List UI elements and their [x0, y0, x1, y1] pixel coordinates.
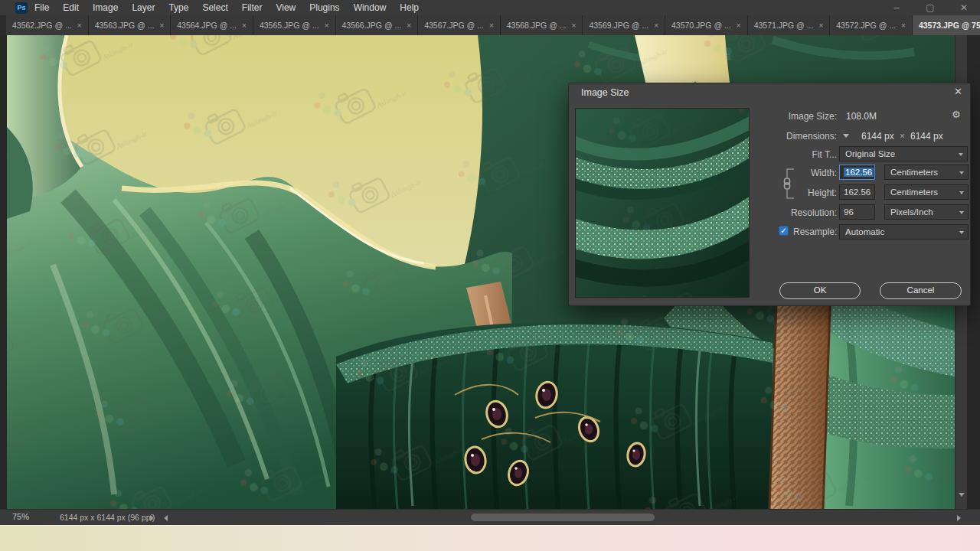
screen: Ps File Edit Image Layer Type Select Fil…	[0, 0, 980, 551]
preview-art	[576, 109, 749, 297]
menu-bar: Ps File Edit Image Layer Type Select Fil…	[0, 0, 980, 15]
tab-label: 43573.JPG @ 75% (RGB/8)	[919, 21, 980, 30]
tab-close-icon[interactable]: ×	[325, 21, 329, 30]
resolution-label: Resolution:	[753, 207, 837, 218]
status-prev-icon[interactable]	[164, 515, 168, 521]
dimensions-width: 6144 px	[861, 131, 894, 142]
resample-checkbox[interactable]: ✓	[779, 226, 789, 236]
minimize-button[interactable]: –	[891, 2, 902, 13]
menu-type[interactable]: Type	[162, 0, 195, 15]
image-preview[interactable]: − 100% +	[575, 108, 750, 298]
tab-43573-active[interactable]: 43573.JPG @ 75% (RGB/8)×	[913, 15, 980, 35]
tab-label: 43564.JPG @ ...	[177, 21, 237, 30]
width-unit-value: Centimeters	[890, 168, 938, 177]
width-label: Width:	[753, 168, 837, 178]
dialog-close-icon[interactable]: ✕	[954, 86, 962, 97]
photoshop-logo-icon: Ps	[15, 2, 28, 14]
window-controls: – ▢ ✕	[891, 0, 975, 15]
resample-value: Automatic	[845, 227, 884, 236]
tab-label: 43567.JPG @ ...	[424, 21, 484, 30]
height-unit-dropdown[interactable]: Centimeters	[884, 184, 969, 200]
tab-label: 43571.JPG @ ...	[754, 21, 814, 30]
tab-close-icon[interactable]: ×	[407, 21, 411, 30]
fit-to-value: Original Size	[845, 149, 895, 158]
tab-close-icon[interactable]: ×	[901, 21, 906, 30]
document-tab-bar: 43562.JPG @ ...× 43563.JPG @ ...× 43564.…	[0, 15, 980, 35]
tab-43570[interactable]: 43570.JPG @ ...×	[665, 15, 748, 35]
dimensions-dropdown-icon[interactable]	[838, 129, 854, 142]
horizontal-scrollbar-thumb[interactable]	[471, 514, 655, 521]
tab-label: 43565.JPG @ ...	[260, 21, 319, 30]
tab-close-icon[interactable]: ×	[572, 21, 577, 30]
tab-43565[interactable]: 43565.JPG @ ...×	[253, 15, 336, 35]
tab-close-icon[interactable]: ×	[654, 21, 658, 30]
tab-43568[interactable]: 43568.JPG @ ...×	[501, 15, 583, 35]
tab-close-icon[interactable]: ×	[737, 21, 741, 30]
ok-button[interactable]: OK	[779, 282, 861, 299]
tab-close-icon[interactable]: ×	[818, 21, 823, 30]
menu-select[interactable]: Select	[195, 0, 234, 15]
tab-close-icon[interactable]: ×	[242, 21, 247, 30]
resolution-value: 96	[844, 207, 854, 217]
document-info: 6144 px x 6144 px (96 ppi)	[60, 513, 155, 522]
resolution-input[interactable]: 96	[839, 204, 875, 220]
tab-43569[interactable]: 43569.JPG @ ...×	[583, 15, 665, 35]
height-input[interactable]: 162.56	[839, 184, 875, 200]
menu-help[interactable]: Help	[393, 0, 426, 15]
tab-43566[interactable]: 43566.JPG @ ...×	[336, 15, 419, 35]
gear-icon[interactable]: ⚙	[952, 109, 961, 120]
tab-43567[interactable]: 43567.JPG @ ...×	[418, 15, 501, 35]
tab-43572[interactable]: 43572.JPG @ ...×	[830, 15, 913, 35]
dimensions-height: 6144 px	[910, 131, 943, 142]
tab-label: 43569.JPG @ ...	[589, 21, 648, 30]
tab-label: 43563.JPG @ ...	[95, 21, 155, 30]
image-size-label: Image Size:	[753, 111, 837, 122]
fit-to-label: Fit T...	[753, 149, 837, 160]
tab-label: 43570.JPG @ ...	[671, 21, 731, 30]
width-input[interactable]: 162.56	[839, 165, 875, 180]
resolution-unit-value: Pixels/Inch	[890, 207, 933, 217]
tab-43563[interactable]: 43563.JPG @ ...×	[89, 15, 172, 35]
image-size-dialog: Image Size ✕ −	[568, 83, 971, 306]
menu-view[interactable]: View	[269, 0, 302, 15]
menu-image[interactable]: Image	[86, 0, 125, 15]
dialog-title: Image Size	[581, 87, 629, 98]
tab-close-icon[interactable]: ×	[77, 21, 82, 30]
tab-label: 43572.JPG @ ...	[836, 21, 896, 30]
close-button[interactable]: ✕	[959, 2, 969, 13]
tab-label: 43568.JPG @ ...	[507, 21, 567, 30]
tab-close-icon[interactable]: ×	[159, 21, 164, 30]
windows-taskbar: Search	[0, 525, 980, 551]
height-label: Height:	[753, 187, 837, 198]
width-unit-dropdown[interactable]: Centimeters	[884, 165, 969, 180]
tab-43564[interactable]: 43564.JPG @ ...×	[171, 15, 253, 35]
tab-label: 43562.JPG @ ...	[12, 21, 72, 30]
fit-to-dropdown[interactable]: Original Size	[839, 146, 968, 161]
resample-label: Resample:	[793, 227, 837, 237]
menu-window[interactable]: Window	[347, 0, 394, 15]
menu-filter[interactable]: Filter	[235, 0, 270, 15]
status-next-icon[interactable]	[150, 515, 154, 521]
image-size-value: 108.0M	[846, 111, 877, 122]
zoom-level-field[interactable]: 75%	[12, 512, 29, 521]
maximize-button[interactable]: ▢	[925, 2, 936, 13]
dimensions-times: ×	[900, 131, 905, 142]
height-value: 162.56	[844, 187, 871, 197]
cancel-button[interactable]: Cancel	[880, 282, 962, 299]
scroll-right-icon[interactable]	[957, 515, 961, 521]
tab-close-icon[interactable]: ×	[489, 21, 494, 30]
menu-layer[interactable]: Layer	[125, 0, 162, 15]
tab-43571[interactable]: 43571.JPG @ ...×	[748, 15, 831, 35]
height-unit-value: Centimeters	[890, 187, 938, 197]
menu-edit[interactable]: Edit	[56, 0, 86, 15]
status-bar: 75% 6144 px x 6144 px (96 ppi)	[0, 509, 980, 525]
resolution-unit-dropdown[interactable]: Pixels/Inch	[884, 204, 969, 220]
scroll-down-icon[interactable]	[959, 493, 965, 497]
menu-file[interactable]: File	[28, 0, 56, 15]
dimensions-label: Dimensions:	[753, 131, 837, 142]
menu-plugins[interactable]: Plugins	[302, 0, 346, 15]
tab-43562[interactable]: 43562.JPG @ ...×	[6, 15, 89, 35]
tab-label: 43566.JPG @ ...	[342, 21, 402, 30]
resample-dropdown[interactable]: Automatic	[839, 224, 969, 240]
width-value: 162.56	[844, 168, 874, 177]
